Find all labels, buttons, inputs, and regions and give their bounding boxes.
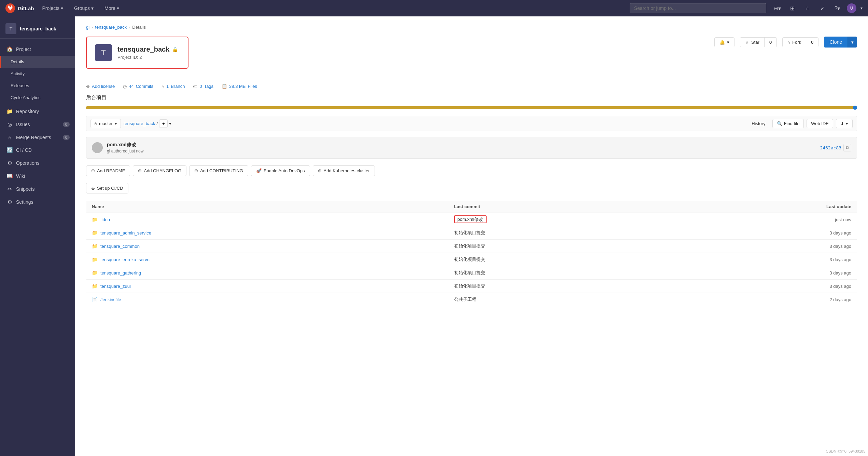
breadcrumb: gl › tensquare_back › Details: [86, 25, 857, 30]
path-segment: tensquare_back / + ▾: [124, 119, 172, 128]
sidebar-item-cycle-analytics[interactable]: Cycle Analytics: [0, 92, 75, 104]
sidebar-item-cicd[interactable]: 🔄 CI / CD: [0, 144, 75, 157]
folder-icon: 📁: [92, 283, 98, 289]
table-row: 📁tensquare_admin_service初始化项目提交3 days ag…: [86, 226, 857, 240]
branches-stat[interactable]: ⑃ 1 Branch: [162, 84, 185, 89]
file-name-link[interactable]: 📁tensquare_common: [92, 243, 443, 249]
col-last-update: Last update: [672, 201, 857, 213]
add-changelog-button[interactable]: ⊕ Add CHANGELOG: [133, 165, 186, 176]
file-name-link[interactable]: 📁tensquare_eureka_server: [92, 257, 443, 262]
copy-hash-button[interactable]: ⧉: [843, 144, 851, 151]
sidebar-item-repository[interactable]: 📁 Repository: [0, 105, 75, 118]
sidebar-project-avatar: T: [5, 23, 16, 34]
file-name-link[interactable]: 📁.idea: [92, 217, 443, 222]
enable-autodevops-button[interactable]: 🚀 Enable Auto DevOps: [251, 165, 310, 176]
last-commit-cell: 初始化项目提交: [449, 280, 672, 293]
folder-icon: 📁: [92, 243, 98, 249]
breadcrumb-gl[interactable]: gl: [86, 25, 89, 30]
history-button[interactable]: History: [747, 119, 769, 128]
add-contributing-button[interactable]: ⊕ Add CONTRIBUTING: [189, 165, 248, 176]
file-table: Name Last commit Last update 📁.ideapom.x…: [86, 200, 857, 306]
find-file-button[interactable]: 🔍 Find file: [772, 119, 804, 128]
col-last-commit: Last commit: [449, 201, 672, 213]
file-icon: 📄: [92, 297, 98, 302]
table-row: 📁tensquare_gathering初始化项目提交3 days ago: [86, 266, 857, 280]
files-stat[interactable]: 📋 38.3 MB Files: [222, 84, 257, 89]
add-license-link[interactable]: ⊕ Add license: [86, 84, 115, 89]
project-title: tensquare_back 🔒: [117, 45, 178, 53]
add-readme-button[interactable]: ⊕ Add README: [86, 165, 130, 176]
table-row: 📁tensquare_zuul初始化项目提交3 days ago: [86, 280, 857, 293]
fork-count-button[interactable]: 0: [806, 38, 818, 47]
clone-dropdown-button[interactable]: ▾: [848, 37, 857, 48]
file-name-link[interactable]: 📁tensquare_gathering: [92, 270, 443, 276]
download-icon: ⬇: [840, 121, 844, 126]
merge-request-icon[interactable]: ⑃: [802, 3, 813, 14]
sidebar-item-settings[interactable]: ⚙ Settings: [0, 196, 75, 209]
sidebar-item-details[interactable]: Details: [0, 56, 75, 68]
table-row: 📁tensquare_eureka_server初始化项目提交3 days ag…: [86, 253, 857, 266]
user-avatar[interactable]: U: [847, 3, 856, 13]
progress-bar-fill: [86, 106, 853, 109]
commit-author-avatar: [92, 142, 103, 153]
admin-icon[interactable]: ⊞: [787, 3, 798, 14]
nav-more[interactable]: More ▾: [102, 4, 122, 12]
sidebar-item-project[interactable]: 🏠 Project: [0, 43, 75, 56]
sidebar-item-merge-requests[interactable]: ⑃ Merge Requests 0: [0, 131, 75, 144]
wiki-icon: 📖: [6, 173, 13, 179]
star-button[interactable]: ☆ Star: [740, 38, 765, 47]
sidebar-item-wiki[interactable]: 📖 Wiki: [0, 170, 75, 183]
web-ide-button[interactable]: Web IDE: [807, 119, 833, 128]
commit-bar: pom.xml修改 gl authored just now 2462ac83 …: [86, 137, 857, 159]
sidebar-item-releases[interactable]: Releases: [0, 80, 75, 92]
file-name-link[interactable]: 📄Jenkinsfile: [92, 297, 443, 302]
todo-icon[interactable]: ✓: [817, 3, 828, 14]
download-button[interactable]: ⬇ ▾: [836, 119, 853, 128]
table-row: 📁.ideapom.xml修改just now: [86, 213, 857, 226]
commit-hash: 2462ac83 ⧉: [820, 144, 851, 151]
license-icon: ⊕: [86, 84, 90, 89]
page-layout: T tensquare_back 🏠 Project Details Activ…: [0, 16, 868, 456]
brand-logo[interactable]: GitLab: [5, 3, 34, 13]
help-icon[interactable]: ?▾: [832, 3, 843, 14]
fork-button[interactable]: ⑃ Fork: [783, 38, 806, 47]
star-count-button[interactable]: 0: [765, 38, 776, 47]
sidebar-item-activity[interactable]: Activity: [0, 68, 75, 80]
project-actions: 🔔 ▾ ☆ Star 0 ⑃ Fork: [714, 37, 857, 48]
last-update-cell: 3 days ago: [672, 280, 857, 293]
branch-selector[interactable]: ⑃ master ▾: [90, 119, 121, 128]
last-commit-cell: 初始化项目提交: [449, 253, 672, 266]
sidebar-item-operations[interactable]: ⚙ Operations: [0, 157, 75, 170]
commits-stat[interactable]: ◷ 44 Commits: [123, 84, 153, 89]
repo-bar: ⑃ master ▾ tensquare_back / + ▾ History …: [86, 116, 857, 131]
cicd-icon: 🔄: [6, 147, 13, 153]
star-group: ☆ Star 0: [740, 37, 777, 47]
nav-groups[interactable]: Groups ▾: [71, 4, 96, 12]
sidebar-item-snippets[interactable]: ✂ Snippets: [0, 183, 75, 196]
tags-stat[interactable]: 🏷 0 Tags: [193, 84, 213, 89]
star-icon: ☆: [745, 40, 749, 45]
main-content: gl › tensquare_back › Details T tensquar…: [75, 16, 868, 456]
col-name: Name: [86, 201, 449, 213]
add-k8s-button[interactable]: ⊕ Add Kubernetes cluster: [313, 165, 375, 176]
clone-button[interactable]: Clone: [824, 37, 848, 48]
project-card-avatar: T: [95, 44, 112, 61]
nav-projects[interactable]: Projects ▾: [40, 4, 66, 12]
folder-icon: 📁: [92, 257, 98, 262]
sidebar-project-name: tensquare_back: [20, 26, 56, 31]
breadcrumb-project[interactable]: tensquare_back: [95, 25, 127, 30]
add-path-button[interactable]: +: [159, 119, 168, 128]
file-name-link[interactable]: 📁tensquare_zuul: [92, 283, 443, 289]
action-buttons-row: ⊕ Add README ⊕ Add CHANGELOG ⊕ Add CONTR…: [86, 165, 857, 176]
new-item-icon[interactable]: ⊕▾: [772, 3, 783, 14]
last-update-cell: 3 days ago: [672, 240, 857, 253]
notify-button[interactable]: 🔔 ▾: [715, 38, 734, 47]
last-commit-cell: 初始化项目提交: [449, 240, 672, 253]
search-input[interactable]: [630, 3, 766, 13]
sidebar-item-issues[interactable]: ◎ Issues 0: [0, 118, 75, 131]
notify-group: 🔔 ▾: [714, 37, 734, 47]
setup-cicd-button[interactable]: ⊕ Set up CI/CD: [86, 183, 128, 193]
brand-name: GitLab: [18, 5, 34, 11]
plus-icon-cicd: ⊕: [91, 186, 95, 191]
file-name-link[interactable]: 📁tensquare_admin_service: [92, 230, 443, 236]
